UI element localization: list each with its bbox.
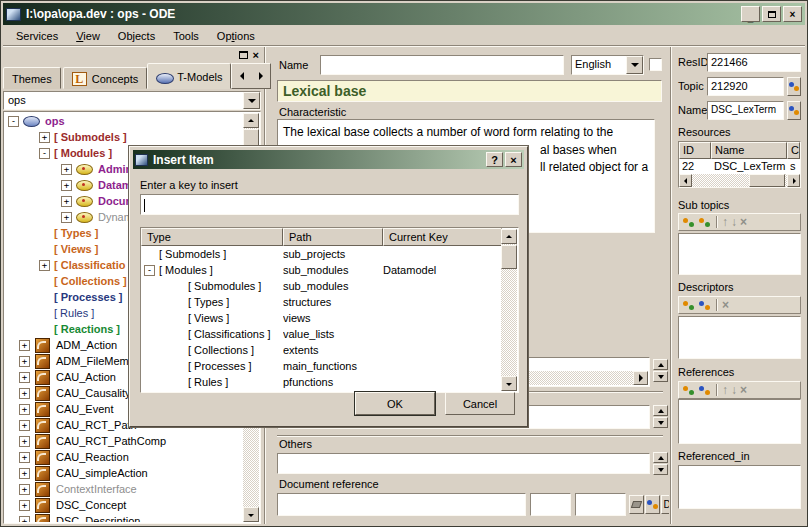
table-scrollbar[interactable] xyxy=(501,229,517,391)
tree-expander-icon[interactable]: + xyxy=(19,452,30,463)
table-row[interactable]: [ Rules ] pfunctions xyxy=(141,374,502,390)
tree-item[interactable]: + ContextInterface xyxy=(5,481,243,497)
scroll-right-button[interactable] xyxy=(633,371,648,385)
link-descriptor-icon[interactable] xyxy=(698,299,711,312)
column-header[interactable]: Path xyxy=(283,228,383,246)
scroll-down-button[interactable] xyxy=(243,507,259,522)
spin-down-button[interactable] xyxy=(653,417,668,428)
tree-expander-icon[interactable]: + xyxy=(61,196,72,207)
tree-item[interactable]: + CAU_Reaction xyxy=(5,449,243,465)
resources-hscrollbar[interactable] xyxy=(679,174,800,187)
stamp-button[interactable] xyxy=(629,495,644,514)
link-button[interactable] xyxy=(645,495,660,514)
language-dropdown-button[interactable] xyxy=(626,56,643,74)
float-panel-icon[interactable] xyxy=(239,51,248,59)
others-input[interactable] xyxy=(277,453,650,474)
dialog-close-button[interactable]: × xyxy=(505,152,522,167)
table-row[interactable]: [ Classifications ] value_lists xyxy=(141,326,502,342)
tree-expander-icon[interactable]: + xyxy=(19,372,30,383)
tab-themes[interactable]: Themes xyxy=(3,67,61,89)
referenced-in-list[interactable] xyxy=(678,465,801,509)
menu-item[interactable]: View xyxy=(67,28,109,44)
language-combobox[interactable]: English xyxy=(571,55,644,75)
add-subtopic-icon[interactable] xyxy=(682,216,695,229)
topic-name-input[interactable]: DSC_LexTerm xyxy=(707,101,784,120)
tree-expander-icon[interactable]: + xyxy=(19,356,30,367)
tree-item[interactable]: + DSC_Concept xyxy=(5,497,243,513)
right-splitter[interactable] xyxy=(670,47,672,524)
spin-up-button[interactable] xyxy=(653,359,668,370)
document-reference-field2[interactable] xyxy=(530,493,571,516)
tree-expander-icon[interactable]: + xyxy=(19,404,30,415)
tab-concepts[interactable]: L Concepts xyxy=(63,67,147,89)
topic-input[interactable]: 212920 xyxy=(707,77,784,96)
scroll-left-button[interactable] xyxy=(679,174,692,187)
menu-item[interactable]: Objects xyxy=(109,28,164,44)
close-button[interactable]: × xyxy=(783,6,802,22)
key-input[interactable] xyxy=(140,194,519,215)
tree-item[interactable]: + [ Submodels ] xyxy=(5,129,243,145)
tab-scroll-left-button[interactable] xyxy=(232,64,251,88)
sub-topics-list[interactable] xyxy=(678,233,801,275)
tree-expander-icon[interactable]: + xyxy=(61,180,72,191)
titlebar[interactable]: I:\opa\opa.dev : ops - ODE _ × xyxy=(3,3,805,25)
language-checkbox[interactable] xyxy=(649,58,662,71)
scrollbar-thumb[interactable] xyxy=(749,174,785,187)
tree-expander-icon[interactable]: - xyxy=(8,116,19,127)
cancel-button[interactable]: Cancel xyxy=(445,392,515,415)
move-down-icon[interactable]: ↓ xyxy=(731,216,737,228)
tree-expander-icon[interactable]: + xyxy=(61,212,72,223)
table-row[interactable]: [ Types ] structures xyxy=(141,294,502,310)
menu-item[interactable]: Options xyxy=(208,28,264,44)
scrollbar-thumb[interactable] xyxy=(501,245,517,269)
move-up-icon[interactable]: ↑ xyxy=(722,216,728,228)
resources-column-header[interactable]: Name xyxy=(711,142,787,159)
delete-icon[interactable]: × xyxy=(722,298,729,312)
scroll-up-button[interactable] xyxy=(501,229,517,244)
references-list[interactable] xyxy=(678,399,801,444)
resources-row[interactable]: 22 DSC_LexTerm s xyxy=(679,159,800,174)
add-descriptor-icon[interactable] xyxy=(682,299,695,312)
table-row[interactable]: -[ Modules ] sub_modules Datamodel xyxy=(141,262,502,278)
column-header[interactable]: Type xyxy=(141,228,283,246)
tree-item[interactable]: - ops xyxy=(5,113,243,129)
topic-link-button[interactable] xyxy=(787,77,801,96)
tree-expander-icon[interactable]: + xyxy=(39,260,50,271)
table-row[interactable]: [ Submodules ] sub_modules xyxy=(141,278,502,294)
link-reference-icon[interactable] xyxy=(698,384,711,397)
tree-expander-icon[interactable]: + xyxy=(19,388,30,399)
document-reference-field3[interactable] xyxy=(575,493,626,516)
model-combobox[interactable]: ops xyxy=(3,91,261,110)
tree-expander-icon[interactable]: + xyxy=(19,340,30,351)
add-reference-icon[interactable] xyxy=(682,384,695,397)
move-down-icon[interactable]: ↓ xyxy=(731,384,737,396)
panel-close-icon[interactable]: × xyxy=(253,50,259,60)
menu-item[interactable]: Tools xyxy=(164,28,208,44)
menu-item[interactable]: Services xyxy=(7,28,67,44)
tree-expander-icon[interactable]: + xyxy=(61,164,72,175)
document-reference-input[interactable] xyxy=(277,493,526,516)
name-input[interactable] xyxy=(320,55,564,75)
dialog-help-button[interactable]: ? xyxy=(486,152,503,167)
spin-up-button[interactable] xyxy=(653,405,668,416)
column-header[interactable]: Current Key xyxy=(383,228,502,246)
tree-item[interactable]: + CAU_simpleAction xyxy=(5,465,243,481)
minimize-button[interactable]: _ xyxy=(741,6,760,22)
descriptors-list[interactable] xyxy=(678,316,801,359)
move-up-icon[interactable]: ↑ xyxy=(722,384,728,396)
tree-expander-icon[interactable]: + xyxy=(19,420,30,431)
tree-item[interactable]: + DSC_Description xyxy=(5,513,243,522)
resources-column-header[interactable]: ID xyxy=(679,142,711,159)
delete-reference-button[interactable]: Del xyxy=(661,495,669,514)
tree-expander-icon[interactable]: + xyxy=(19,516,30,523)
spin-down-button[interactable] xyxy=(653,464,668,475)
scroll-up-button[interactable] xyxy=(243,113,259,128)
resources-column-header[interactable]: C xyxy=(787,142,800,159)
table-row[interactable]: [ Processes ] main_functions xyxy=(141,358,502,374)
tree-expander-icon[interactable]: - xyxy=(144,265,155,276)
resid-input[interactable]: 221466 xyxy=(707,53,801,72)
tree-expander-icon[interactable]: + xyxy=(39,132,50,143)
scroll-right-button[interactable] xyxy=(787,174,800,187)
spin-up-button[interactable] xyxy=(653,452,668,463)
table-row[interactable]: [ Collections ] extents xyxy=(141,342,502,358)
